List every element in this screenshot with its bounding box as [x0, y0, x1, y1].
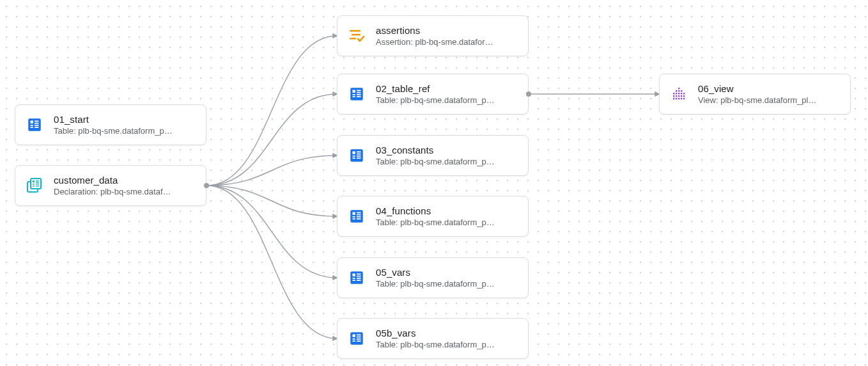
svg-rect-69 [683, 95, 685, 97]
svg-rect-12 [36, 182, 39, 183]
node-06-view[interactable]: 06_view View: plb-bq-sme.dataform_pl… [659, 74, 851, 115]
node-01-start[interactable]: 01_start Table: plb-bq-sme.dataform_p… [15, 104, 206, 145]
svg-rect-32 [353, 155, 355, 157]
edge [206, 36, 337, 186]
svg-rect-19 [350, 38, 356, 40]
table-icon [348, 207, 366, 225]
svg-rect-51 [357, 280, 361, 281]
graph-canvas[interactable]: 01_start Table: plb-bq-sme.dataform_p… c… [0, 0, 868, 366]
svg-rect-1 [31, 121, 33, 123]
node-subtitle: Table: plb-bq-sme.dataform_p… [376, 95, 518, 105]
svg-rect-50 [353, 280, 355, 281]
svg-rect-35 [357, 157, 361, 159]
svg-rect-68 [681, 95, 682, 97]
node-subtitle: Table: plb-bq-sme.dataform_p… [376, 218, 518, 227]
svg-rect-7 [35, 127, 39, 128]
node-03-constants[interactable]: 03_constants Table: plb-bq-sme.dataform_… [337, 135, 529, 176]
svg-rect-30 [357, 152, 361, 153]
svg-rect-17 [350, 30, 360, 32]
svg-rect-59 [357, 340, 361, 342]
svg-rect-63 [681, 93, 682, 94]
edge [206, 186, 337, 216]
node-title: assertions [376, 25, 518, 36]
node-subtitle: Table: plb-bq-sme.dataform_p… [376, 279, 518, 289]
svg-rect-67 [678, 95, 679, 97]
node-subtitle: Table: plb-bq-sme.dataform_p… [54, 126, 196, 136]
node-title: 05b_vars [376, 328, 518, 338]
node-title: 06_view [698, 83, 840, 94]
table-icon [348, 85, 366, 103]
svg-rect-42 [353, 218, 355, 219]
table-icon [348, 147, 366, 164]
svg-rect-64 [683, 93, 685, 94]
node-05-vars[interactable]: 05_vars Table: plb-bq-sme.dataform_p… [337, 257, 529, 298]
node-text: assertions Assertion: plb-bq-sme.datafor… [376, 25, 518, 47]
node-text: 02_table_ref Table: plb-bq-sme.dataform_… [376, 83, 518, 105]
svg-rect-45 [353, 274, 355, 276]
svg-rect-16 [36, 186, 39, 186]
edge [206, 186, 337, 278]
svg-rect-31 [357, 154, 361, 155]
svg-rect-13 [33, 184, 35, 184]
table-icon [348, 269, 366, 287]
svg-rect-77 [681, 90, 682, 92]
svg-rect-40 [353, 216, 355, 218]
node-text: customer_data Declaration: plb-bq-sme.da… [54, 175, 196, 196]
svg-rect-24 [353, 94, 355, 95]
svg-rect-55 [357, 337, 361, 338]
svg-rect-38 [357, 212, 361, 214]
output-port[interactable] [204, 183, 209, 188]
node-text: 04_functions Table: plb-bq-sme.dataform_… [376, 205, 518, 227]
svg-rect-54 [357, 335, 361, 336]
node-text: 06_view View: plb-bq-sme.dataform_pl… [698, 83, 840, 105]
svg-rect-26 [353, 96, 355, 97]
edge [206, 94, 337, 186]
svg-rect-41 [357, 216, 361, 218]
svg-rect-66 [676, 95, 677, 97]
node-05b-vars[interactable]: 05b_vars Table: plb-bq-sme.dataform_p… [337, 318, 529, 359]
svg-rect-10 [33, 180, 35, 182]
svg-rect-62 [678, 93, 679, 94]
node-customer-data[interactable]: customer_data Declaration: plb-bq-sme.da… [15, 165, 206, 206]
svg-rect-43 [357, 218, 361, 219]
svg-rect-48 [353, 278, 355, 279]
svg-rect-4 [31, 125, 33, 126]
svg-rect-37 [353, 212, 355, 215]
svg-rect-65 [673, 95, 674, 97]
node-04-functions[interactable]: 04_functions Table: plb-bq-sme.dataform_… [337, 196, 529, 237]
svg-rect-2 [35, 121, 39, 122]
svg-rect-29 [353, 152, 355, 154]
svg-rect-3 [35, 123, 39, 124]
node-text: 05_vars Table: plb-bq-sme.dataform_p… [376, 267, 518, 289]
output-port[interactable] [526, 92, 531, 97]
svg-rect-49 [357, 278, 361, 279]
svg-rect-15 [33, 186, 35, 186]
node-assertions[interactable]: assertions Assertion: plb-bq-sme.datafor… [337, 15, 529, 56]
view-icon [670, 85, 688, 103]
svg-rect-74 [683, 98, 685, 99]
node-02-table-ref[interactable]: 02_table_ref Table: plb-bq-sme.dataform_… [337, 74, 529, 115]
svg-rect-39 [357, 214, 361, 216]
svg-rect-23 [357, 92, 361, 93]
svg-rect-33 [357, 155, 361, 157]
svg-rect-72 [678, 98, 679, 99]
svg-rect-18 [352, 34, 360, 36]
svg-rect-6 [31, 127, 33, 128]
node-subtitle: Table: plb-bq-sme.dataform_p… [376, 340, 518, 349]
svg-rect-56 [353, 338, 355, 340]
svg-rect-57 [357, 338, 361, 340]
svg-rect-21 [353, 90, 355, 93]
node-subtitle: Assertion: plb-bq-sme.datafor… [376, 37, 518, 47]
table-icon [26, 116, 43, 134]
table-icon [348, 330, 366, 347]
svg-rect-46 [357, 274, 361, 275]
svg-rect-60 [673, 93, 674, 94]
node-title: 02_table_ref [376, 83, 518, 94]
svg-rect-73 [681, 98, 682, 99]
svg-rect-75 [676, 90, 677, 92]
node-text: 05b_vars Table: plb-bq-sme.dataform_p… [376, 328, 518, 349]
node-subtitle: View: plb-bq-sme.dataform_pl… [698, 95, 840, 105]
svg-rect-11 [36, 180, 39, 181]
node-text: 01_start Table: plb-bq-sme.dataform_p… [54, 114, 196, 136]
svg-rect-70 [673, 98, 674, 99]
